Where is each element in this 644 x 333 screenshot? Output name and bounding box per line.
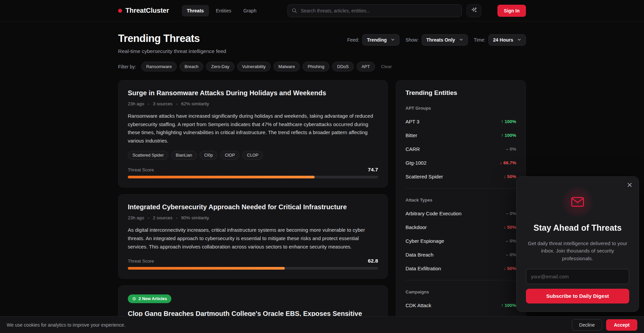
main-nav: Threats Entities Graph	[182, 5, 261, 16]
threat-meta: 23h ago • 3 sources • 62% similarity	[128, 101, 378, 106]
threat-summary: Ransomware attacks have increased signif…	[128, 112, 378, 145]
time-select[interactable]: 24 Hours	[488, 34, 526, 46]
entity-row-cyber-espionage[interactable]: Cyber Espionage – 0%	[406, 238, 516, 244]
threat-similarity: 62% similarity	[181, 101, 209, 106]
entity-tag[interactable]: BianLian	[171, 151, 197, 160]
threat-title[interactable]: Surge in Ransomware Attacks During Holid…	[128, 89, 378, 97]
entity-row-bitter[interactable]: Bitter ↑ 100%	[406, 132, 516, 138]
email-field[interactable]	[526, 269, 629, 284]
sign-in-button[interactable]: Sign In	[497, 5, 526, 17]
filter-chip-ddos[interactable]: DDoS	[332, 62, 354, 71]
threat-meta: 23h ago • 2 sources • 90% similarity	[128, 215, 378, 220]
filter-chip-apt[interactable]: APT	[357, 62, 375, 71]
mail-glow	[562, 186, 593, 218]
threat-title[interactable]: Integrated Cybersecurity Approach Needed…	[128, 203, 378, 211]
trend-badge: – 0%	[506, 211, 516, 216]
entity-row-arbitrary-code-execution[interactable]: Arbitrary Code Execution – 0%	[406, 211, 516, 216]
cookie-message: We use cookies for analytics to improve …	[7, 322, 125, 328]
trend-badge: – 0%	[506, 252, 516, 257]
threat-score-bar	[128, 267, 378, 270]
entity-tag[interactable]: Scattered Spider	[128, 151, 168, 160]
threat-card: Surge in Ransomware Attacks During Holid…	[118, 80, 388, 187]
trend-badge: ↑ 100%	[501, 119, 516, 124]
feed-label: Feed:	[347, 37, 359, 43]
filter-by-label: Filter by:	[118, 64, 136, 69]
feed-select[interactable]: Trending	[362, 34, 399, 46]
threat-score-value: 74.7	[368, 167, 378, 173]
entity-row-data-exfiltration[interactable]: Data Exfiltration ↓ 50%	[406, 266, 516, 271]
entity-row-scattered-spider[interactable]: Scattered Spider ↓ 50%	[406, 174, 516, 179]
nav-item-threats[interactable]: Threats	[182, 5, 209, 16]
decline-button[interactable]: Decline	[572, 319, 602, 331]
threat-time: 23h ago	[128, 101, 144, 106]
time-label: Time:	[474, 37, 485, 43]
top-navbar: ThreatCluster Threats Entities Graph	[0, 0, 644, 21]
nav-item-entities[interactable]: Entities	[211, 5, 236, 16]
entity-tag[interactable]: ClOP	[220, 151, 239, 160]
meta-separator: •	[148, 102, 149, 106]
global-search	[287, 4, 462, 17]
brand-logo[interactable]: ThreatCluster	[118, 7, 169, 14]
trend-badge: – 0%	[506, 238, 516, 243]
threat-summary: As digital interconnectivity increases, …	[128, 226, 378, 251]
entity-row-cdk-attack[interactable]: CDK Attack ↑ 100%	[406, 302, 516, 308]
threat-sources: 2 sources	[153, 215, 173, 220]
filter-bar: Filter by: Ransomware Breach Zero-Day Vu…	[118, 62, 526, 71]
entity-tag[interactable]: CLOP	[242, 151, 263, 160]
threat-card: Integrated Cybersecurity Approach Needed…	[118, 194, 388, 279]
filter-chip-zero-day[interactable]: Zero-Day	[206, 62, 234, 71]
chevron-down-icon	[517, 37, 521, 43]
cookie-banner: We use cookies for analytics to improve …	[0, 316, 644, 333]
nav-item-graph[interactable]: Graph	[238, 5, 262, 16]
clear-filters-button[interactable]: Clear	[381, 64, 392, 69]
filter-chip-ransomware[interactable]: Ransomware	[141, 62, 177, 71]
trend-badge: ↓ 50%	[503, 174, 516, 179]
feed-controls: Feed: Trending Show: Threats Only	[347, 34, 526, 46]
trend-badge: – 0%	[506, 147, 516, 152]
threat-score-bar	[128, 176, 378, 178]
meta-separator: •	[176, 216, 177, 220]
show-select-value: Threats Only	[426, 37, 455, 43]
trending-entities-sidebar: Trending Entities APT Groups APT 3 ↑ 100…	[396, 80, 526, 333]
threat-score-label: Threat Score	[128, 259, 154, 264]
filter-chip-vulnerability[interactable]: Vulnerability	[237, 62, 271, 71]
filter-chip-malware[interactable]: Malware	[273, 62, 300, 71]
sparkles-icon	[471, 7, 477, 14]
search-input[interactable]	[287, 4, 462, 17]
trend-badge: ↑ 100%	[501, 133, 516, 138]
filter-chip-breach[interactable]: Breach	[179, 62, 203, 71]
trend-badge: ↑ 100%	[501, 303, 516, 308]
entity-row-gtg-1002[interactable]: Gtg-1002 ↓ 66.7%	[406, 160, 516, 166]
chevron-down-icon	[459, 37, 463, 43]
brand-dot-icon	[118, 9, 122, 13]
filter-chip-phishing[interactable]: Phishing	[303, 62, 329, 71]
meta-separator: •	[176, 102, 177, 106]
divider	[406, 280, 516, 280]
section-heading-apt-groups: APT Groups	[406, 106, 516, 111]
page-subtitle: Real-time cybersecurity threat intellige…	[118, 48, 226, 54]
entity-tag[interactable]: Cl0p	[200, 151, 218, 160]
entity-row-apt-3[interactable]: APT 3 ↑ 100%	[406, 119, 516, 124]
show-select[interactable]: Threats Only	[422, 34, 468, 46]
time-select-value: 24 Hours	[493, 37, 513, 43]
chevron-down-icon	[391, 37, 395, 43]
entity-row-carr[interactable]: CARR – 0%	[406, 146, 516, 152]
threat-score-bar-fill	[128, 267, 285, 270]
threat-time: 23h ago	[128, 215, 144, 220]
modal-description: Get daily threat intelligence delivered …	[527, 240, 629, 263]
divider	[406, 188, 516, 188]
sidebar-title: Trending Entities	[406, 89, 516, 97]
show-label: Show:	[406, 37, 419, 43]
ai-search-button[interactable]	[467, 4, 481, 17]
subscribe-button[interactable]: Subscribe to Daily Digest	[526, 289, 629, 303]
threat-score-label: Threat Score	[128, 167, 154, 172]
feed-select-value: Trending	[367, 37, 387, 43]
threat-sources: 3 sources	[153, 101, 173, 106]
page-header: Trending Threats Real-time cybersecurity…	[118, 33, 526, 54]
close-icon[interactable]: ✕	[627, 181, 633, 188]
accept-button[interactable]: Accept	[606, 319, 637, 331]
threat-feed: Surge in Ransomware Attacks During Holid…	[118, 80, 388, 333]
entity-row-backdoor[interactable]: Backdoor ↓ 50%	[406, 224, 516, 230]
entity-row-data-breach[interactable]: Data Breach – 0%	[406, 252, 516, 258]
newsletter-modal: ✕ Stay Ahead of Threats Get daily threat…	[516, 176, 639, 312]
